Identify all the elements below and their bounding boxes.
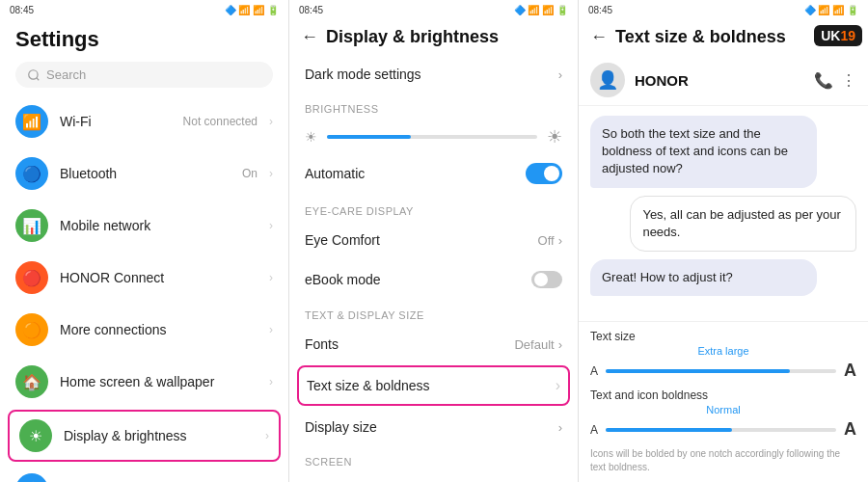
chevron-icon: › bbox=[558, 67, 562, 82]
fonts-label: Fonts bbox=[305, 336, 339, 352]
settings-item-home-screen[interactable]: 🏠 Home screen & wallpaper › bbox=[0, 356, 288, 408]
brightness-section: BRIGHTNESS bbox=[289, 94, 578, 119]
auto-toggle[interactable] bbox=[526, 163, 562, 184]
more-connections-icon: 🟠 bbox=[15, 313, 48, 346]
svg-point-0 bbox=[29, 69, 38, 78]
watermark: UK19 bbox=[814, 25, 862, 46]
display-title: Display & brightness bbox=[326, 27, 499, 47]
text-size-slider-row: A A bbox=[590, 361, 856, 381]
boldness-slider[interactable] bbox=[606, 428, 836, 432]
status-bar-2: 08:45 🔷 📶 📶 🔋 bbox=[289, 0, 578, 19]
settings-title: Settings bbox=[0, 19, 288, 58]
boldness-large-a: A bbox=[844, 419, 856, 440]
boldness-label: Text and icon boldness bbox=[590, 388, 856, 402]
chevron-icon: › bbox=[269, 271, 273, 284]
text-size-slider[interactable] bbox=[606, 369, 836, 373]
display-label: Display & brightness bbox=[64, 428, 254, 443]
display-size-right: › bbox=[558, 420, 562, 435]
colour-mode-item[interactable]: Colour mode & temperature › bbox=[289, 471, 578, 482]
text-size-title: Text size & boldness bbox=[615, 27, 786, 47]
bubble-received-1: So both the text size and the boldness o… bbox=[590, 116, 817, 188]
chevron-icon: › bbox=[269, 115, 273, 128]
status-icons-2: 🔷 📶 📶 🔋 bbox=[514, 5, 568, 15]
search-bar[interactable]: Search bbox=[15, 62, 273, 88]
search-placeholder: Search bbox=[46, 67, 86, 82]
more-connections-label: More connections bbox=[60, 322, 258, 337]
brightness-slider[interactable] bbox=[327, 135, 537, 139]
sounds-icon: 🔊 bbox=[15, 473, 48, 482]
boldness-value: Normal bbox=[590, 404, 856, 415]
more-icon[interactable]: ⋮ bbox=[841, 71, 856, 90]
mobile-network-icon: 📊 bbox=[15, 209, 48, 242]
text-size-boldness-item[interactable]: Text size & boldness › bbox=[297, 365, 570, 406]
watermark-text: UK19 bbox=[821, 28, 855, 43]
mobile-network-label: Mobile network bbox=[60, 218, 258, 233]
time-2: 08:45 bbox=[299, 5, 323, 15]
auto-label: Automatic bbox=[305, 166, 365, 181]
settings-item-display[interactable]: ☀ Display & brightness › bbox=[8, 410, 281, 462]
fonts-value: Default bbox=[514, 337, 554, 352]
eye-care-section: EYE-CARE DISPLAY bbox=[289, 196, 578, 221]
text-size-large-a: A bbox=[844, 361, 856, 381]
ebook-toggle[interactable] bbox=[531, 271, 562, 288]
chevron-icon: › bbox=[269, 323, 273, 336]
search-icon bbox=[27, 68, 41, 82]
chevron-icon: › bbox=[558, 337, 562, 352]
ebook-mode-item[interactable]: eBook mode bbox=[289, 259, 578, 300]
chat-header: 👤 HONOR 📞 ⋮ bbox=[579, 55, 868, 106]
bluetooth-icon: 🔵 bbox=[15, 157, 48, 190]
brightness-high-icon: ☀ bbox=[547, 126, 562, 147]
eye-comfort-value: Off bbox=[538, 233, 555, 248]
text-size-value: Extra large bbox=[590, 345, 856, 357]
settings-list: 📶 Wi-Fi Not connected › 🔵 Bluetooth On ›… bbox=[0, 95, 288, 482]
back-button[interactable]: ← bbox=[301, 27, 318, 47]
fonts-right: Default › bbox=[514, 337, 562, 352]
display-size-item[interactable]: Display size › bbox=[289, 408, 578, 446]
wifi-label: Wi-Fi bbox=[60, 114, 172, 129]
settings-item-wifi[interactable]: 📶 Wi-Fi Not connected › bbox=[0, 95, 288, 147]
bubble-received-2: Great! How to adjust it? bbox=[590, 259, 817, 296]
boldness-small-a: A bbox=[590, 423, 598, 437]
bluetooth-label: Bluetooth bbox=[60, 166, 231, 181]
dark-mode-label: Dark mode settings bbox=[305, 67, 421, 82]
display-header: ← Display & brightness bbox=[289, 19, 578, 55]
fonts-item[interactable]: Fonts Default › bbox=[289, 325, 578, 363]
boldness-slider-row: A A bbox=[590, 419, 856, 440]
bubble-sent-1: Yes, all can be adjusted as per your nee… bbox=[630, 196, 856, 252]
wifi-icon: 📶 bbox=[15, 105, 48, 138]
chevron-icon: › bbox=[269, 167, 273, 180]
text-size-panel: 08:45 🔷 📶 📶 🔋 UK19 ← Text size & boldnes… bbox=[579, 0, 868, 482]
chevron-icon: › bbox=[558, 420, 562, 435]
dark-mode-item[interactable]: Dark mode settings › bbox=[289, 55, 578, 94]
settings-item-more-connections[interactable]: 🟠 More connections › bbox=[0, 304, 288, 356]
brightness-fill bbox=[327, 135, 411, 139]
chevron-icon: › bbox=[558, 233, 562, 248]
display-icon: ☀ bbox=[19, 419, 52, 452]
status-icons-1: 🔷 📶 📶 🔋 bbox=[225, 5, 279, 15]
wifi-sub: Not connected bbox=[183, 115, 258, 128]
brightness-row: ☀ ☀ bbox=[289, 119, 578, 155]
chevron-icon: › bbox=[269, 375, 273, 388]
settings-item-bluetooth[interactable]: 🔵 Bluetooth On › bbox=[0, 147, 288, 200]
chevron-icon: › bbox=[556, 377, 560, 394]
home-screen-icon: 🏠 bbox=[15, 365, 48, 398]
eye-comfort-label: Eye Comfort bbox=[305, 232, 380, 248]
settings-item-mobile-network[interactable]: 📊 Mobile network › bbox=[0, 200, 288, 252]
display-panel: 08:45 🔷 📶 📶 🔋 ← Display & brightness Dar… bbox=[289, 0, 579, 482]
ebook-mode-right bbox=[531, 271, 562, 288]
status-bar-3: 08:45 🔷 📶 📶 🔋 bbox=[579, 0, 868, 19]
eye-comfort-item[interactable]: Eye Comfort Off › bbox=[289, 221, 578, 259]
auto-row: Automatic bbox=[289, 155, 578, 196]
boldness-fill bbox=[606, 428, 732, 432]
back-button[interactable]: ← bbox=[590, 27, 608, 47]
text-size-label: Text size bbox=[590, 330, 856, 343]
status-bar-1: 08:45 🔷 📶 📶 🔋 bbox=[0, 0, 288, 19]
call-icon[interactable]: 📞 bbox=[814, 71, 833, 90]
settings-item-honor-connect[interactable]: 🔴 HONOR Connect › bbox=[0, 252, 288, 304]
settings-item-sounds[interactable]: 🔊 Sounds & vibration › bbox=[0, 464, 288, 482]
bluetooth-sub: On bbox=[242, 167, 258, 180]
text-size-fill bbox=[606, 369, 790, 373]
display-content: Dark mode settings › BRIGHTNESS ☀ ☀ Auto… bbox=[289, 55, 578, 482]
chat-action-icons: 📞 ⋮ bbox=[814, 71, 856, 90]
chat-name: HONOR bbox=[635, 72, 804, 89]
